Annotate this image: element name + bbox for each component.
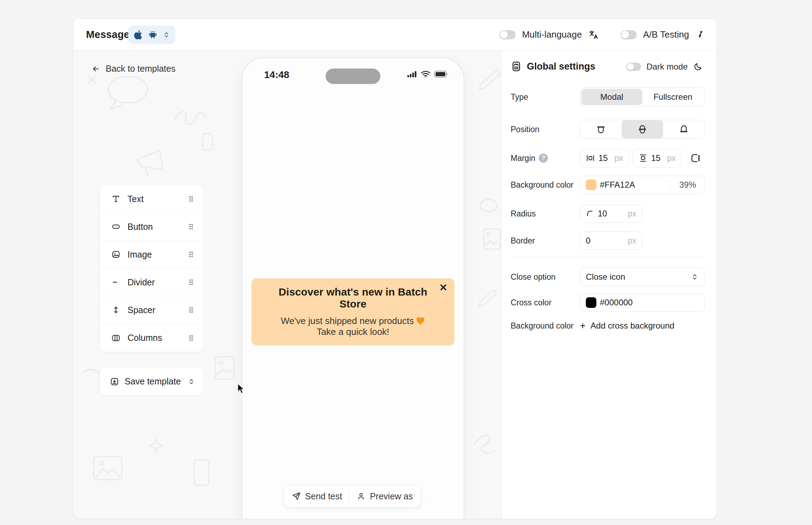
component-item-button[interactable]: Button	[100, 213, 203, 241]
border-value: 0	[586, 236, 590, 246]
border-label: Border	[511, 232, 535, 250]
help-icon[interactable]: ?	[539, 154, 548, 163]
background-color-opacity[interactable]: 39%	[674, 180, 699, 190]
component-item-text[interactable]: Text	[100, 185, 203, 213]
test-tube-icon	[695, 30, 705, 40]
chevron-up-down-icon	[690, 273, 699, 281]
drag-handle-icon[interactable]	[188, 334, 195, 342]
border-input[interactable]: 0 px	[580, 232, 642, 250]
chevron-up-down-icon	[188, 378, 195, 385]
dynamic-island	[326, 69, 380, 84]
global-settings-panel: Global settings Dark mode Type Modal Ful…	[501, 50, 716, 519]
component-label: Image	[127, 249, 188, 260]
position-center-button[interactable]	[622, 120, 663, 138]
type-segmented-control: Modal Fullscreen	[580, 88, 705, 106]
drag-handle-icon[interactable]	[188, 250, 195, 259]
component-label: Columns	[127, 333, 188, 343]
apple-icon	[133, 30, 143, 40]
drag-handle-icon[interactable]	[188, 306, 195, 314]
component-palette: Text Button	[100, 185, 203, 352]
cross-background-label: Background color	[511, 319, 574, 333]
add-cross-background-button[interactable]: + Add cross background	[580, 319, 674, 333]
back-link-label: Back to templates	[106, 64, 176, 74]
cellular-signal-icon	[407, 71, 417, 78]
image-icon	[111, 250, 121, 259]
send-icon	[292, 492, 301, 501]
preview-as-button[interactable]: Preview as	[349, 491, 420, 501]
position-top-button[interactable]	[580, 120, 622, 138]
send-test-button[interactable]: Send test	[285, 491, 349, 501]
component-item-columns[interactable]: Columns	[100, 324, 203, 352]
color-swatch[interactable]	[586, 297, 596, 308]
unit-label: px	[667, 154, 676, 163]
chevron-up-down-icon	[163, 31, 170, 39]
in-app-message-banner[interactable]: ✕ Discover what's new in Batch Store We'…	[251, 278, 454, 345]
corner-radius-icon	[586, 209, 594, 218]
unit-label: px	[628, 209, 636, 219]
background-color-hex: #FFA12A	[600, 180, 635, 190]
cross-color-hex: #000000	[600, 298, 633, 307]
ab-testing-label: A/B Testing	[643, 29, 689, 40]
section-divider	[511, 257, 705, 257]
dark-mode-toggle[interactable]	[626, 63, 641, 71]
toggle-knob	[627, 63, 634, 70]
close-icon[interactable]: ✕	[439, 282, 447, 293]
horizontal-margin-icon	[586, 154, 595, 163]
close-option-label: Close option	[511, 267, 556, 286]
link-margins-icon[interactable]	[690, 153, 701, 164]
add-cross-background-label: Add cross background	[590, 321, 674, 331]
text-icon	[111, 194, 121, 203]
cross-color-input[interactable]: #000000	[580, 293, 705, 312]
platform-selector[interactable]	[128, 26, 175, 44]
radius-label: Radius	[511, 205, 536, 223]
drag-handle-icon[interactable]	[188, 278, 195, 286]
unit-label: px	[628, 236, 636, 246]
component-item-spacer[interactable]: Spacer	[100, 296, 203, 324]
panel-title: Global settings	[527, 61, 595, 72]
multi-language-toggle[interactable]	[499, 30, 516, 39]
ab-testing-toggle[interactable]	[621, 30, 637, 39]
plus-icon: +	[580, 320, 585, 331]
back-to-templates-link[interactable]: Back to templates	[91, 64, 176, 74]
button-icon	[111, 222, 121, 231]
margin-label-text: Margin	[511, 154, 535, 163]
component-label: Text	[127, 194, 188, 204]
close-option-select[interactable]: Close icon	[580, 267, 705, 286]
toggle-knob	[621, 31, 629, 39]
divider	[670, 180, 670, 189]
dark-mode-label: Dark mode	[647, 62, 688, 72]
orange-heart-emoji	[416, 317, 425, 325]
margin-horizontal-input[interactable]: 15 px	[580, 149, 629, 168]
type-option-modal[interactable]: Modal	[581, 89, 642, 105]
moon-icon	[693, 62, 702, 71]
page-title: Message	[86, 19, 130, 50]
radius-input[interactable]: 10 px	[580, 205, 642, 223]
component-item-divider[interactable]: Divider	[100, 268, 203, 296]
global-settings-icon	[511, 61, 522, 72]
background-color-input[interactable]: #FFA12A 39%	[580, 176, 705, 194]
status-bar-icons	[407, 71, 449, 78]
panel-header: Global settings	[511, 61, 595, 72]
component-label: Divider	[127, 277, 188, 287]
save-template-label: Save template	[125, 376, 188, 387]
vertical-margin-icon	[639, 154, 648, 163]
position-bottom-button[interactable]	[663, 120, 705, 138]
component-item-image[interactable]: Image	[100, 241, 203, 268]
preview-actions-bar: Send test Preview as	[284, 486, 420, 507]
type-option-fullscreen[interactable]: Fullscreen	[642, 89, 703, 105]
editor-window: Message	[73, 19, 716, 519]
battery-icon	[434, 71, 449, 78]
color-swatch[interactable]	[586, 180, 596, 190]
back-arrow-icon	[91, 65, 101, 73]
position-label: Position	[511, 120, 539, 139]
columns-icon	[111, 333, 121, 343]
drag-handle-icon[interactable]	[188, 195, 195, 203]
save-template-button[interactable]: Save template	[100, 368, 203, 395]
margin-vertical-input[interactable]: 15 px	[633, 149, 682, 168]
top-bar: Message	[73, 19, 716, 50]
translate-icon	[588, 30, 599, 40]
type-label: Type	[511, 88, 528, 106]
drag-handle-icon[interactable]	[188, 222, 195, 231]
app-root: Message	[0, 0, 812, 525]
mouse-cursor	[237, 383, 246, 395]
